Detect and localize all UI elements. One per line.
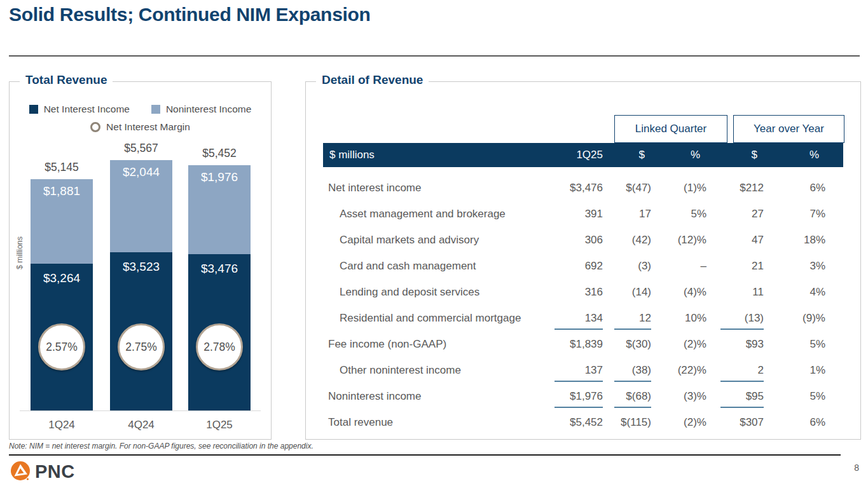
- bar-total-label: $5,452: [188, 147, 251, 160]
- cell-lq-dollar: $(30): [603, 331, 651, 357]
- row-label: Residential and commercial mortgage: [323, 305, 539, 331]
- nim-circle: 2.75%: [118, 323, 165, 370]
- legend-item-net-interest-income: Net Interest Income: [29, 104, 130, 115]
- bar-total-label: $5,145: [31, 161, 93, 174]
- title-divider: [9, 55, 860, 57]
- y-axis-label: $ millions: [15, 215, 24, 291]
- x-tick-label: 1Q24: [31, 419, 93, 431]
- cell-yoy-dollar: $307: [706, 409, 764, 435]
- x-tick-label: 1Q25: [188, 419, 251, 431]
- chart-title: Total Revenue: [20, 73, 113, 87]
- row-label: Other noninterest income: [323, 357, 539, 383]
- chart-legend-row-1: Net Interest Income Noninterest Income: [10, 104, 271, 115]
- table-row: Noninterest income$1,976$(68)(3)%$955%: [323, 383, 825, 409]
- year-over-year-header: Year over Year: [733, 115, 844, 143]
- cell-yoy-dollar: $95: [706, 383, 764, 409]
- legend-label: Noninterest Income: [166, 104, 251, 115]
- footnote: Note: NIM = net interest margin. For non…: [9, 442, 313, 451]
- cell-lq-dollar: (38): [603, 357, 651, 383]
- nim-circle: 2.57%: [38, 323, 85, 370]
- table-row: Other noninterest income137(38)(22)%21%: [323, 357, 825, 383]
- bar-total-label: $5,567: [110, 142, 172, 155]
- pnc-wordmark: PNC: [35, 461, 75, 482]
- header-yoy-dollar: $: [706, 143, 764, 167]
- table-row: Fee income (non-GAAP)$1,839$(30)(2)%$935…: [323, 331, 825, 357]
- row-label: Net interest income: [323, 175, 539, 201]
- row-label: Lending and deposit services: [323, 279, 539, 305]
- footer-divider: [9, 454, 841, 456]
- cell-1q25: 306: [539, 227, 603, 253]
- row-label: Total revenue: [323, 409, 539, 435]
- table-row: Net interest income$3,476$(47)(1)%$2126%: [323, 175, 825, 201]
- legend-item-net-interest-margin: Net Interest Margin: [90, 121, 190, 133]
- pnc-emblem-icon: [9, 460, 32, 483]
- cell-lq-dollar: $(47): [603, 175, 651, 201]
- net-interest-margin-marker-icon: [90, 122, 100, 132]
- cell-lq-percent: 5%: [651, 201, 706, 227]
- cell-lq-dollar: 12: [603, 305, 651, 331]
- row-label: Capital markets and advisory: [323, 227, 539, 253]
- cell-yoy-dollar: 2: [706, 357, 764, 383]
- page-title: Solid Results; Continued NIM Expansion: [9, 4, 371, 25]
- cell-lq-percent: (1)%: [651, 175, 706, 201]
- cell-yoy-percent: 7%: [764, 201, 825, 227]
- header-1q25: 1Q25: [539, 143, 603, 167]
- cell-1q25: 134: [539, 305, 603, 331]
- cell-lq-percent: 10%: [651, 305, 706, 331]
- cell-yoy-percent: 1%: [764, 357, 825, 383]
- pnc-logo: PNC: [9, 460, 75, 483]
- cell-yoy-percent: 6%: [764, 175, 825, 201]
- noninterest-income-swatch-icon: [151, 105, 160, 114]
- cell-1q25: 316: [539, 279, 603, 305]
- cell-lq-dollar: (3): [603, 253, 651, 279]
- cell-1q25: 692: [539, 253, 603, 279]
- x-axis-line: [20, 410, 261, 411]
- cell-yoy-dollar: $93: [706, 331, 764, 357]
- cell-yoy-dollar: 47: [706, 227, 764, 253]
- cell-lq-percent: (12)%: [651, 227, 706, 253]
- table-row: Lending and deposit services316(14)(4)%1…: [323, 279, 825, 305]
- x-tick-label: 4Q24: [110, 419, 172, 431]
- table-row: Total revenue$5,452$(115)(2)%$3076%: [323, 409, 825, 435]
- cell-lq-dollar: (14): [603, 279, 651, 305]
- revenue-table-body: Net interest income$3,476$(47)(1)%$2126%…: [323, 167, 843, 435]
- table-row: Card and cash management692(3)–213%: [323, 253, 825, 279]
- cell-yoy-dollar: 27: [706, 201, 764, 227]
- cell-lq-percent: (2)%: [651, 331, 706, 357]
- header-millions: $ millions: [323, 143, 539, 167]
- legend-item-noninterest-income: Noninterest Income: [151, 104, 251, 115]
- cell-1q25: 137: [539, 357, 603, 383]
- cell-1q25: $3,476: [539, 175, 603, 201]
- cell-yoy-percent: 3%: [764, 253, 825, 279]
- cell-yoy-percent: 6%: [764, 409, 825, 435]
- cell-lq-dollar: 17: [603, 201, 651, 227]
- cell-lq-percent: (2)%: [651, 409, 706, 435]
- cell-lq-dollar: (42): [603, 227, 651, 253]
- cell-yoy-percent: 18%: [764, 227, 825, 253]
- bar-value-net-interest: $3,476: [188, 262, 251, 276]
- table-row: Residential and commercial mortgage13412…: [323, 305, 825, 331]
- slide: Solid Results; Continued NIM Expansion T…: [0, 0, 868, 488]
- total-revenue-panel: Total Revenue Net Interest Income Nonint…: [9, 81, 272, 440]
- cell-lq-percent: (3)%: [651, 383, 706, 409]
- cell-yoy-percent: 5%: [764, 383, 825, 409]
- cell-1q25: 391: [539, 201, 603, 227]
- page-number: 8: [854, 463, 859, 473]
- bar-value-net-interest: $3,523: [110, 260, 172, 274]
- cell-lq-percent: (22)%: [651, 357, 706, 383]
- cell-1q25: $5,452: [539, 409, 603, 435]
- table-row: Capital markets and advisory306(42)(12)%…: [323, 227, 825, 253]
- header-lq-dollar: $: [603, 143, 651, 167]
- row-label: Asset management and brokerage: [323, 201, 539, 227]
- net-interest-income-swatch-icon: [29, 105, 38, 114]
- table-row: Asset management and brokerage391175%277…: [323, 201, 825, 227]
- legend-label: Net Interest Income: [44, 104, 130, 115]
- cell-lq-dollar: $(68): [603, 383, 651, 409]
- cell-1q25: $1,839: [539, 331, 603, 357]
- cell-lq-percent: (4)%: [651, 279, 706, 305]
- detail-of-revenue-panel: Detail of Revenue Linked Quarter Year ov…: [305, 81, 861, 440]
- header-lq-percent: %: [651, 143, 706, 167]
- chart-legend-row-2: Net Interest Margin: [10, 121, 271, 133]
- row-label: Fee income (non-GAAP): [323, 331, 539, 357]
- cell-yoy-percent: 4%: [764, 279, 825, 305]
